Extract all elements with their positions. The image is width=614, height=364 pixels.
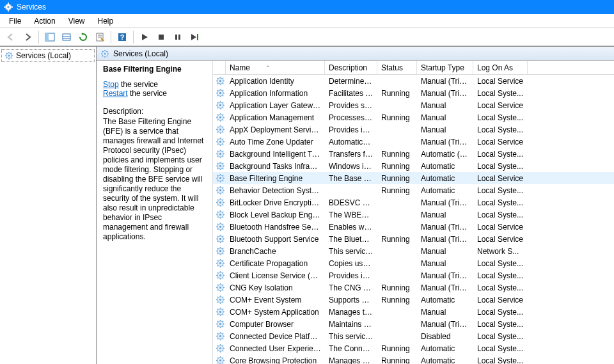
- svg-line-236: [217, 309, 217, 310]
- svg-line-209: [222, 273, 223, 273]
- service-row[interactable]: Auto Time Zone UpdaterAutomatica...Manua…: [213, 136, 614, 148]
- service-row[interactable]: Behavior Detection SystemRunningAutomati…: [213, 184, 614, 196]
- cell-startup: Manual (Trig...: [417, 87, 473, 100]
- cell-name: BranchCache: [226, 245, 325, 258]
- service-row[interactable]: COM+ Event SystemSupports Sy...RunningAu…: [213, 294, 614, 306]
- cell-status: [377, 140, 417, 144]
- gear-icon: [213, 258, 226, 268]
- service-row[interactable]: Application ManagementProcesses in...Run…: [213, 111, 614, 123]
- cell-status: Running: [377, 184, 417, 197]
- svg-point-1: [7, 6, 10, 8]
- stop-service-button[interactable]: [154, 30, 169, 44]
- service-row[interactable]: Client License Service (ClipS...Provides…: [213, 269, 614, 281]
- menu-action[interactable]: Action: [28, 15, 61, 27]
- back-button[interactable]: [3, 30, 19, 44]
- svg-line-86: [217, 127, 217, 127]
- column-startup-type[interactable]: Startup Type: [417, 61, 473, 74]
- service-row[interactable]: Background Tasks Infrastru...Windows in.…: [213, 160, 614, 172]
- svg-line-109: [222, 151, 223, 152]
- properties-button[interactable]: [92, 30, 107, 44]
- svg-line-268: [217, 351, 217, 351]
- stop-service-link[interactable]: Stop: [103, 80, 119, 89]
- menu-view[interactable]: View: [62, 15, 91, 27]
- column-name[interactable]: Name: [226, 61, 325, 74]
- restart-service-link[interactable]: Restart: [103, 89, 128, 98]
- menu-help[interactable]: Help: [91, 15, 120, 27]
- service-row[interactable]: Core Browsing ProtectionManages se...Run…: [213, 354, 614, 364]
- cell-name: Bluetooth Handsfree Service: [226, 221, 325, 233]
- start-service-button[interactable]: [137, 30, 152, 44]
- service-row[interactable]: COM+ System ApplicationManages th...Manu…: [213, 306, 614, 318]
- list-body[interactable]: Application IdentityDetermines ...Manual…: [213, 75, 614, 364]
- svg-line-116: [217, 163, 217, 164]
- svg-line-67: [222, 107, 223, 108]
- svg-line-97: [222, 144, 223, 145]
- service-row[interactable]: CNG Key IsolationThe CNG ke...RunningMan…: [213, 281, 614, 294]
- cell-logon: Local Syste...: [473, 148, 528, 161]
- cell-description: Manages se...: [325, 354, 377, 365]
- svg-point-191: [219, 262, 221, 264]
- services-list: Name Description Status Startup Type Log…: [212, 61, 614, 364]
- cell-description: BDESVC hos...: [325, 196, 377, 209]
- service-row[interactable]: Application InformationFacilitates t...R…: [213, 87, 614, 99]
- svg-line-36: [102, 51, 103, 51]
- pause-service-button[interactable]: [170, 30, 185, 44]
- service-row[interactable]: Application Layer Gateway ...Provides su…: [213, 99, 614, 111]
- service-row[interactable]: Base Filtering EngineThe Base Fil...Runn…: [213, 172, 614, 184]
- service-row[interactable]: Bluetooth Support ServiceThe Bluetoo...R…: [213, 233, 614, 245]
- cell-name: Application Management: [226, 111, 325, 124]
- service-row[interactable]: Bluetooth Handsfree ServiceEnables wir..…: [213, 221, 614, 233]
- svg-line-99: [222, 139, 223, 139]
- cell-logon: Local Service: [473, 75, 528, 88]
- svg-line-169: [222, 224, 223, 225]
- cell-logon: Local Syste...: [473, 330, 528, 343]
- svg-point-131: [219, 189, 221, 191]
- refresh-button[interactable]: [75, 30, 91, 44]
- list-header: Name Description Status Startup Type Log…: [213, 61, 614, 75]
- svg-line-28: [6, 58, 7, 58]
- restart-service-button[interactable]: [187, 30, 202, 44]
- service-row[interactable]: Computer BrowserMaintains a...Manual (Tr…: [213, 318, 614, 330]
- column-icon[interactable]: [213, 61, 226, 74]
- tree-node-services-local[interactable]: Services (Local): [1, 49, 95, 62]
- cell-startup: Manual: [417, 99, 473, 112]
- service-row[interactable]: Connected Device Platform...This service…: [213, 330, 614, 342]
- svg-line-206: [217, 273, 217, 273]
- service-row[interactable]: Block Level Backup Engine ...The WBENG..…: [213, 209, 614, 221]
- service-row[interactable]: AppX Deployment Service (...Provides inf…: [213, 123, 614, 136]
- svg-line-39: [107, 51, 107, 51]
- svg-rect-19: [197, 34, 198, 40]
- menu-file[interactable]: File: [3, 15, 28, 27]
- selected-service-name: Base Filtering Engine: [103, 65, 206, 74]
- service-row[interactable]: Connected User Experience...The Connec..…: [213, 342, 614, 354]
- svg-line-196: [217, 260, 217, 261]
- svg-line-269: [222, 345, 223, 346]
- column-status[interactable]: Status: [377, 61, 417, 74]
- forward-button[interactable]: [20, 30, 35, 44]
- help-button[interactable]: ?: [114, 30, 130, 44]
- service-row[interactable]: BranchCacheThis service ...ManualNetwork…: [213, 245, 614, 257]
- service-row[interactable]: BitLocker Drive Encryption ...BDESVC hos…: [213, 196, 614, 209]
- column-log-on-as[interactable]: Log On As: [473, 61, 528, 74]
- service-row[interactable]: Application IdentityDetermines ...Manual…: [213, 75, 614, 87]
- cell-description: Automatica...: [325, 136, 377, 148]
- main-body: Services (Local) Services (Local) Base F…: [0, 46, 614, 364]
- cell-status: [377, 322, 417, 326]
- cell-startup: Automatic (D...: [417, 148, 473, 161]
- gear-icon: [213, 331, 226, 341]
- svg-line-149: [222, 200, 223, 200]
- cell-description: This service ...: [325, 245, 377, 258]
- svg-rect-17: [175, 35, 177, 40]
- show-hide-tree-button[interactable]: [42, 30, 58, 44]
- service-row[interactable]: Certificate PropagationCopies user ...Ma…: [213, 257, 614, 269]
- export-list-button[interactable]: [59, 30, 74, 44]
- console-tree[interactable]: Services (Local): [0, 47, 97, 364]
- cell-name: Auto Time Zone Updater: [226, 136, 325, 148]
- cell-status: Running: [377, 160, 417, 173]
- cell-description: Windows in...: [325, 160, 377, 173]
- column-description[interactable]: Description: [325, 61, 377, 74]
- gear-icon: [213, 222, 226, 232]
- service-row[interactable]: Background Intelligent Tran...Transfers …: [213, 148, 614, 160]
- svg-line-266: [217, 345, 217, 346]
- gear-icon: [213, 210, 226, 219]
